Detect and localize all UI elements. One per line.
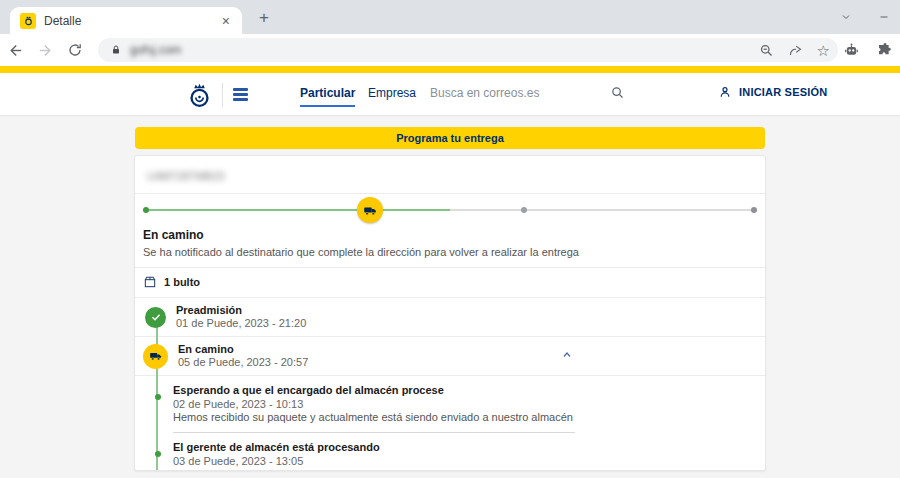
bookmark-star-icon[interactable]: ☆	[817, 43, 830, 58]
substep-title: Esperando a que el encargado del almacén…	[173, 384, 765, 397]
progress-stop-mid	[521, 207, 527, 213]
shipment-progress-bar	[143, 194, 757, 226]
substep: El gerente de almacén está procesando 03…	[173, 433, 765, 471]
minimize-window-icon[interactable]	[878, 11, 890, 23]
browser-toolbar: gofsj.com ☆	[0, 34, 900, 66]
new-tab-button[interactable]: +	[252, 8, 276, 28]
header-divider	[222, 83, 223, 107]
url-text: gofsj.com	[130, 43, 181, 57]
robot-extension-icon[interactable]	[843, 42, 860, 59]
user-icon	[718, 85, 732, 99]
progress-fill	[143, 209, 450, 211]
substep-date: 02 de Puede, 2023 - 10:13	[173, 397, 765, 411]
tracking-card: U4MT28TMB23 En camino Se ha notificado a…	[134, 155, 766, 471]
extensions-puzzle-icon[interactable]	[876, 42, 892, 58]
package-box-icon	[143, 275, 157, 289]
progress-stop-end	[751, 207, 757, 213]
substep: Esperando a que el encargado del almacén…	[173, 376, 765, 433]
event-date: 05 de Puede, 2023 - 20:57	[178, 356, 308, 369]
correos-logo[interactable]	[184, 79, 215, 110]
timeline-event-preadmision: Preadmisión 01 de Puede, 2023 - 21:20	[135, 298, 765, 336]
status-title: En camino	[143, 228, 757, 242]
truck-progress-icon	[357, 197, 383, 223]
packages-row: 1 bulto	[135, 268, 765, 297]
back-icon[interactable]	[0, 42, 30, 59]
collapse-chevron-up-icon[interactable]	[559, 347, 575, 363]
event-title: En camino	[178, 343, 308, 356]
correos-favicon-icon	[20, 13, 36, 29]
schedule-delivery-button[interactable]: Programa tu entrega	[135, 127, 765, 149]
reload-icon[interactable]	[60, 42, 90, 58]
tracking-timeline: Preadmisión 01 de Puede, 2023 - 21:20 En…	[135, 298, 765, 471]
truck-circle-icon	[143, 344, 168, 369]
tab-search-chevron-icon[interactable]	[840, 11, 852, 23]
close-tab-icon[interactable]: ×	[218, 13, 234, 29]
substep-title: El gerente de almacén está procesando	[173, 441, 765, 454]
substep-description: Su paquete se encuentra actualmente en n…	[173, 468, 765, 471]
page-content: Programa tu entrega U4MT28TMB23 En camin…	[0, 116, 900, 478]
packages-label: 1 bulto	[164, 276, 200, 288]
lock-icon	[110, 44, 122, 56]
nav-empresa[interactable]: Empresa	[368, 86, 416, 100]
check-circle-icon	[145, 307, 166, 328]
event-title: Preadmisión	[176, 304, 306, 317]
login-label: INICIAR SESIÓN	[739, 86, 827, 98]
substeps-list: Esperando a que el encargado del almacén…	[135, 376, 765, 471]
site-search-icon[interactable]	[610, 85, 625, 100]
event-date: 01 de Puede, 2023 - 21:20	[176, 317, 306, 330]
address-bar[interactable]: gofsj.com ☆	[98, 38, 838, 62]
zoom-out-icon[interactable]	[759, 43, 774, 58]
login-button[interactable]: INICIAR SESIÓN	[718, 85, 827, 99]
tracking-number-redacted: U4MT28TMB23	[147, 170, 225, 182]
browser-tab-strip: Detalle × +	[0, 0, 900, 34]
forward-icon[interactable]	[30, 42, 60, 59]
browser-tab[interactable]: Detalle ×	[10, 7, 242, 34]
progress-stop-start	[143, 207, 149, 213]
status-description: Se ha notificado al destinatario que com…	[143, 246, 757, 259]
site-search-input[interactable]	[430, 86, 600, 100]
substep-description: Hemos recibido su paquete y actualmente …	[173, 411, 765, 424]
substep-date: 03 de Puede, 2023 - 13:05	[173, 454, 765, 468]
share-icon[interactable]	[788, 43, 803, 58]
correos-yellow-bar	[0, 66, 900, 73]
tab-title: Detalle	[44, 14, 218, 28]
nav-particular[interactable]: Particular	[300, 86, 355, 107]
timeline-event-en-camino[interactable]: En camino 05 de Puede, 2023 - 20:57	[135, 337, 765, 375]
site-header: Particular Empresa INICIAR SESIÓN	[0, 73, 900, 116]
menu-hamburger-icon[interactable]	[233, 88, 248, 103]
